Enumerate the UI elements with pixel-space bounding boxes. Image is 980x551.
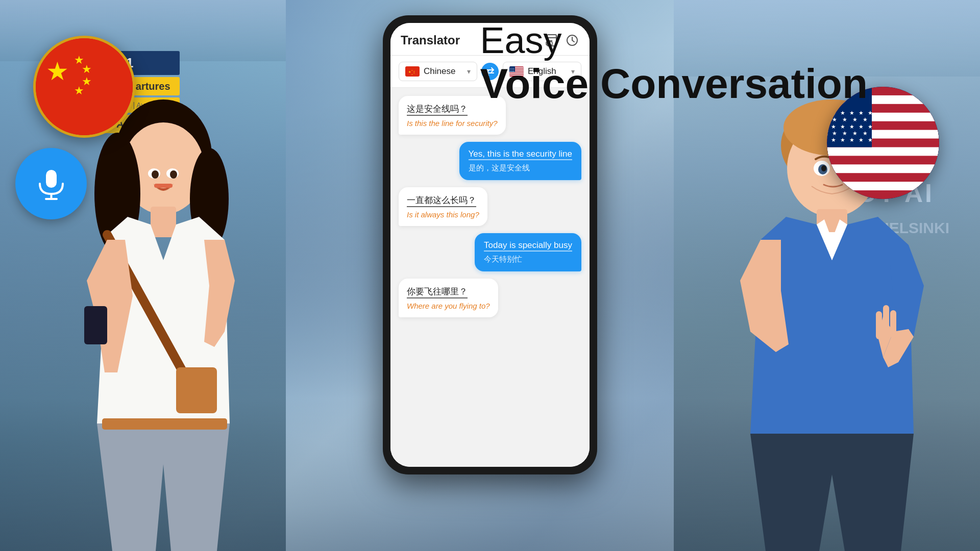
svg-text:★★★★★: ★★★★★ <box>827 116 873 122</box>
microphone-bubble[interactable] <box>15 148 87 219</box>
msg1-translation: Is this the line for security? <box>407 119 498 128</box>
svg-rect-31 <box>102 418 227 430</box>
chinese-flag-bubble: ★ ★ ★ ★ ★ <box>33 36 135 138</box>
svg-text:★: ★ <box>411 73 413 76</box>
person-woman <box>66 66 260 551</box>
message-2: Yes, this is the security line 是的，这是安全线 <box>459 142 581 180</box>
mic-icon <box>35 167 68 201</box>
msg2-main: Yes, this is the security line <box>469 149 572 160</box>
svg-rect-6 <box>46 170 57 188</box>
source-lang-chevron: ▾ <box>467 67 471 76</box>
chinese-flag: ★ ★ ★ ★ ★ <box>36 38 133 135</box>
svg-rect-42 <box>876 311 882 339</box>
svg-rect-30 <box>84 306 107 344</box>
svg-rect-29 <box>176 367 217 413</box>
msg1-main: 这是安全线吗？ <box>407 103 468 116</box>
message-5: 你要飞往哪里？ Where are you flying to? <box>399 279 536 317</box>
svg-text:★★★★★: ★★★★★ <box>827 130 873 136</box>
svg-text:★: ★ <box>82 63 92 76</box>
source-language-button[interactable]: ★ ★ ★ ★ ★ Chinese ▾ <box>399 62 477 81</box>
svg-rect-15 <box>827 147 939 156</box>
msg5-main: 你要飞往哪里？ <box>407 286 468 298</box>
svg-rect-28 <box>151 207 176 237</box>
woman-svg <box>66 66 260 551</box>
svg-rect-44 <box>890 310 896 338</box>
svg-text:★: ★ <box>46 57 69 86</box>
svg-rect-43 <box>883 305 889 338</box>
svg-rect-36 <box>154 184 173 188</box>
svg-point-35 <box>170 170 177 179</box>
source-lang-label: Chinese <box>424 66 455 77</box>
heading-voice: Voice Conversation <box>480 61 868 107</box>
svg-point-49 <box>821 165 826 171</box>
msg2-translation: 是的，这是安全线 <box>469 163 572 173</box>
svg-rect-16 <box>827 164 939 173</box>
msg5-translation: Where are you flying to? <box>407 302 490 310</box>
svg-text:★: ★ <box>74 84 84 97</box>
app-title: Translator <box>401 33 460 47</box>
bubble-right-4: Today is specially busy 今天特别忙 <box>475 233 581 271</box>
msg4-translation: 今天特别忙 <box>484 255 572 264</box>
msg4-main: Today is specially busy <box>484 240 572 252</box>
message-4: Today is specially busy 今天特别忙 <box>399 233 581 271</box>
svg-point-34 <box>152 170 159 179</box>
bubble-left-3: 一直都这么长吗？ Is it always this long? <box>399 187 487 226</box>
svg-text:★★★★★★: ★★★★★★ <box>827 137 877 143</box>
svg-text:★★★★★★: ★★★★★★ <box>827 123 877 130</box>
svg-text:★: ★ <box>413 72 415 74</box>
message-3: 一直都这么长吗？ Is it always this long? <box>399 187 536 226</box>
svg-text:★: ★ <box>408 70 411 73</box>
msg3-main: 一直都这么长吗？ <box>407 194 476 207</box>
heading-easy: Easy <box>480 20 868 61</box>
msg3-translation: Is it always this long? <box>407 210 479 219</box>
bubble-left-5: 你要飞往哪里？ Where are you flying to? <box>399 279 498 317</box>
chat-area: 这是安全线吗？ Is this the line for security? Y… <box>390 88 590 467</box>
heading-section: Easy Voice Conversation <box>480 20 868 107</box>
chinese-flag-small: ★ ★ ★ ★ ★ <box>405 66 420 77</box>
bubble-right-2: Yes, this is the security line 是的，这是安全线 <box>459 142 581 180</box>
chinese-flag-svg: ★ ★ ★ ★ ★ <box>36 38 133 135</box>
